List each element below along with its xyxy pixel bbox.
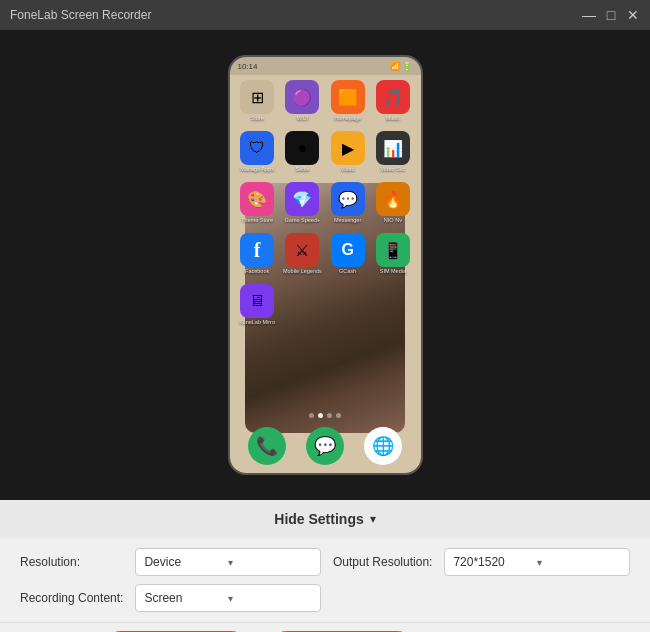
app-selfie: ● Selfie	[281, 129, 324, 174]
hide-settings-label: Hide Settings	[274, 511, 363, 527]
dock-chrome: 🌐	[364, 427, 402, 465]
app-messenger-icon: 💬	[331, 182, 365, 216]
app-store-icon: ⊞	[240, 80, 274, 114]
app-selfie-icon: ●	[285, 131, 319, 165]
app-music: 🎵 Music	[371, 78, 414, 123]
app-homepage: 🟧 Homepage	[326, 78, 369, 123]
dot-2	[327, 413, 332, 418]
phone-status-icons: 📶 🔋	[390, 62, 412, 71]
app-gcash-icon: G	[331, 233, 365, 267]
app-theme-store-icon: 🎨	[240, 182, 274, 216]
app-facebook: f Facebook	[236, 231, 279, 276]
dock-phone: 📞	[248, 427, 286, 465]
recording-content-select[interactable]: Screen ▾	[135, 584, 321, 612]
app-miui-icon: 🟣	[285, 80, 319, 114]
app-nio: 🔥 NIO Nv	[371, 180, 414, 225]
app-video-svc: 📊 Video Svc	[371, 129, 414, 174]
screen-preview-area: 10:14 📶 🔋 ⊞ Store 🟣 MIUI	[0, 30, 650, 500]
app-video-icon: ▶	[331, 131, 365, 165]
app-video: ▶ Video	[326, 129, 369, 174]
app-miui: 🟣 MIUI	[281, 78, 324, 123]
recording-content-label: Recording Content:	[20, 591, 123, 605]
output-resolution-label: Output Resolution:	[333, 555, 432, 569]
app-video-svc-icon: 📊	[376, 131, 410, 165]
app-theme-store: 🎨 Theme Store	[236, 180, 279, 225]
app-store: ⊞ Store	[236, 78, 279, 123]
app-fonelab-mirror: 🖥 FoneLab Mirro	[236, 282, 279, 327]
dot-0	[309, 413, 314, 418]
app-music-icon: 🎵	[376, 80, 410, 114]
maximize-button[interactable]: □	[604, 8, 618, 22]
resolution-select[interactable]: Device ▾	[135, 548, 321, 576]
app-mobile-legends-icon: ⚔	[285, 233, 319, 267]
recording-content-value: Screen	[144, 591, 228, 605]
dot-3	[336, 413, 341, 418]
app-manage-icon: 🛡	[240, 131, 274, 165]
minimize-button[interactable]: —	[582, 8, 596, 22]
app-row-1: ⊞ Store 🟣 MIUI 🟧 Homepage 🎵 Music	[230, 75, 421, 126]
settings-panel: Resolution: Device ▾ Output Resolution: …	[0, 538, 650, 622]
app-row-4: f Facebook ⚔ Mobile Legends G GCash 📱 SI…	[230, 228, 421, 279]
phone-screen: 10:14 📶 🔋 ⊞ Store 🟣 MIUI	[230, 57, 421, 473]
output-resolution-select-arrow: ▾	[537, 557, 621, 568]
app-facebook-icon: f	[240, 233, 274, 267]
app-nio-icon: 🔥	[376, 182, 410, 216]
output-resolution-select[interactable]: 720*1520 ▾	[444, 548, 630, 576]
action-bar: Record 📷 SnapShot Recording history	[0, 622, 650, 632]
app-gcash: G GCash	[326, 231, 369, 276]
app-mobile-legends: ⚔ Mobile Legends	[281, 231, 324, 276]
app-messenger: 💬 Messenger	[326, 180, 369, 225]
dot-1	[318, 413, 323, 418]
hide-settings-bar[interactable]: Hide Settings ▾	[0, 500, 650, 538]
app-game-speed: 💎 Game Speed+	[281, 180, 324, 225]
page-indicator	[309, 413, 341, 418]
app-manage: 🛡 Manage Apps	[236, 129, 279, 174]
app-title: FoneLab Screen Recorder	[10, 8, 151, 22]
phone-dock: 📞 💬 🌐	[238, 427, 413, 465]
app-row-5: 🖥 FoneLab Mirro	[230, 279, 421, 330]
app-fonelab-mirror-icon: 🖥	[240, 284, 274, 318]
output-resolution-value: 720*1520	[453, 555, 537, 569]
resolution-select-arrow: ▾	[228, 557, 312, 568]
phone-mockup: 10:14 📶 🔋 ⊞ Store 🟣 MIUI	[228, 55, 423, 475]
phone-status-bar: 10:14 📶 🔋	[230, 57, 421, 75]
app-row-3: 🎨 Theme Store 💎 Game Speed+ 💬 Messenger …	[230, 177, 421, 228]
resolution-label: Resolution:	[20, 555, 123, 569]
title-bar: FoneLab Screen Recorder — □ ✕	[0, 0, 650, 30]
phone-time: 10:14	[238, 62, 258, 71]
app-sim-media: 📱 SIM Media	[371, 231, 414, 276]
app-homepage-icon: 🟧	[331, 80, 365, 114]
app-sim-media-icon: 📱	[376, 233, 410, 267]
close-button[interactable]: ✕	[626, 8, 640, 22]
chevron-down-icon: ▾	[370, 512, 376, 526]
window-controls: — □ ✕	[582, 8, 640, 22]
dock-messages: 💬	[306, 427, 344, 465]
recording-content-select-arrow: ▾	[228, 593, 312, 604]
app-row-2: 🛡 Manage Apps ● Selfie ▶ Video 📊 Video S…	[230, 126, 421, 177]
app-game-speed-icon: 💎	[285, 182, 319, 216]
phone-app-grid: ⊞ Store 🟣 MIUI 🟧 Homepage 🎵 Music	[230, 75, 421, 330]
resolution-value: Device	[144, 555, 228, 569]
